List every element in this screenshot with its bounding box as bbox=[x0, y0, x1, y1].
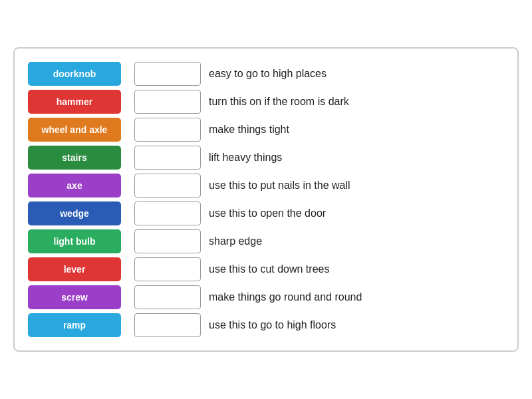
label-btn-screw[interactable]: screw bbox=[28, 285, 121, 309]
answer-input-0[interactable] bbox=[134, 62, 201, 86]
match-row-9: use this to go to high floors bbox=[134, 313, 504, 337]
answer-input-5[interactable] bbox=[134, 201, 201, 225]
match-row-3: lift heavy things bbox=[134, 146, 504, 170]
answer-input-6[interactable] bbox=[134, 229, 201, 253]
labels-column: doorknobhammerwheel and axlestairsaxewed… bbox=[28, 62, 121, 337]
match-row-5: use this to open the door bbox=[134, 201, 504, 225]
answer-input-1[interactable] bbox=[134, 90, 201, 114]
match-row-7: use this to cut down trees bbox=[134, 257, 504, 281]
clues-column: easy to go to high placesturn this on if… bbox=[134, 62, 504, 337]
label-btn-axe[interactable]: axe bbox=[28, 174, 121, 198]
answer-input-4[interactable] bbox=[134, 174, 201, 198]
match-row-2: make things tight bbox=[134, 118, 504, 142]
main-container: doorknobhammerwheel and axlestairsaxewed… bbox=[13, 47, 519, 352]
label-btn-light-bulb[interactable]: light bulb bbox=[28, 229, 121, 253]
label-btn-hammer[interactable]: hammer bbox=[28, 90, 121, 114]
match-row-1: turn this on if the room is dark bbox=[134, 90, 504, 114]
label-btn-wheel-axle[interactable]: wheel and axle bbox=[28, 118, 121, 142]
answer-input-7[interactable] bbox=[134, 257, 201, 281]
label-btn-doorknob[interactable]: doorknob bbox=[28, 62, 121, 86]
label-btn-wedge[interactable]: wedge bbox=[28, 201, 121, 225]
answer-input-2[interactable] bbox=[134, 118, 201, 142]
clue-text-2: make things tight bbox=[209, 124, 289, 136]
clue-text-8: make things go round and round bbox=[209, 291, 362, 303]
clue-text-4: use this to put nails in the wall bbox=[209, 180, 350, 192]
clue-text-9: use this to go to high floors bbox=[209, 319, 336, 331]
answer-input-8[interactable] bbox=[134, 285, 201, 309]
clue-text-7: use this to cut down trees bbox=[209, 263, 329, 275]
clue-text-5: use this to open the door bbox=[209, 207, 326, 219]
match-row-6: sharp edge bbox=[134, 229, 504, 253]
match-row-0: easy to go to high places bbox=[134, 62, 504, 86]
match-row-8: make things go round and round bbox=[134, 285, 504, 309]
label-btn-lever[interactable]: lever bbox=[28, 257, 121, 281]
clue-text-3: lift heavy things bbox=[209, 152, 282, 164]
label-btn-stairs[interactable]: stairs bbox=[28, 146, 121, 170]
answer-input-3[interactable] bbox=[134, 146, 201, 170]
answer-input-9[interactable] bbox=[134, 313, 201, 337]
clue-text-0: easy to go to high places bbox=[209, 68, 327, 80]
match-row-4: use this to put nails in the wall bbox=[134, 174, 504, 198]
label-btn-ramp[interactable]: ramp bbox=[28, 313, 121, 337]
clue-text-1: turn this on if the room is dark bbox=[209, 96, 349, 108]
clue-text-6: sharp edge bbox=[209, 235, 262, 247]
